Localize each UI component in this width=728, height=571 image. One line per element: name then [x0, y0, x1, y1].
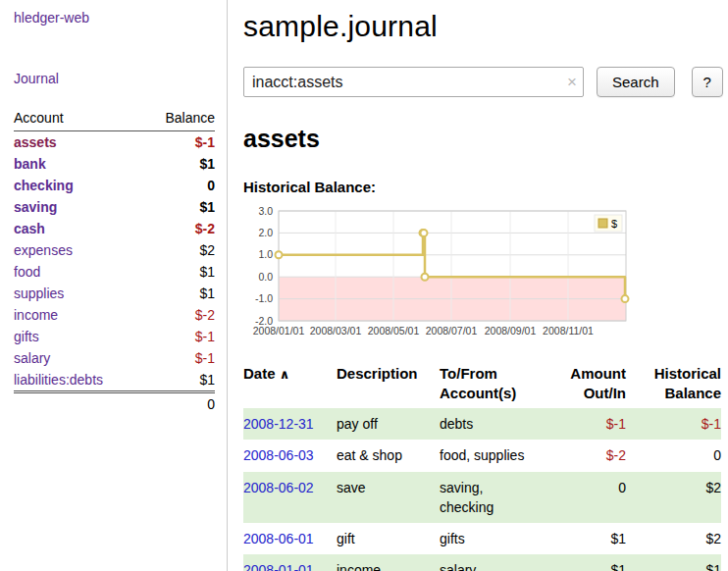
transaction-accounts: saving, checking — [440, 472, 543, 524]
transaction-date-link[interactable]: 2008-06-02 — [243, 480, 314, 495]
data-point-marker — [276, 251, 283, 258]
account-balance: $2 — [143, 239, 215, 261]
account-row: checking0 — [14, 175, 215, 196]
column-header-accounts: To/From Account(s) — [440, 362, 543, 408]
account-name-cell: income — [14, 304, 143, 326]
search-input[interactable] — [243, 67, 584, 97]
transaction-amount: $-2 — [543, 440, 626, 471]
sidebar: hledger-web Journal Account Balance asse… — [0, 0, 228, 571]
svg-text:2008/09/01: 2008/09/01 — [485, 325, 537, 337]
transaction-amount: $-1 — [543, 408, 626, 440]
transaction-accounts: food, supplies — [440, 440, 543, 471]
account-link[interactable]: expenses — [14, 242, 73, 258]
transaction-accounts: gifts — [440, 523, 543, 554]
account-name-cell: salary — [14, 347, 143, 369]
transaction-balance: $2 — [626, 472, 721, 524]
transaction-date-link[interactable]: 2008-12-31 — [243, 416, 314, 432]
account-link[interactable]: income — [14, 307, 58, 323]
chart-title: Historical Balance: — [243, 179, 728, 195]
accounts-header-balance: Balance — [143, 108, 215, 131]
accounts-table: Account Balance assets$-1bank$1checking0… — [14, 108, 215, 415]
transaction-date-link[interactable]: 2008-06-01 — [243, 531, 314, 546]
svg-text:2008/01/01: 2008/01/01 — [253, 325, 305, 337]
transaction-accounts: debts — [440, 408, 543, 440]
account-name-cell: checking — [14, 175, 143, 196]
transaction-description: income — [337, 554, 440, 571]
account-name-cell: liabilities:debts — [14, 369, 143, 392]
transaction-date-link[interactable]: 2008-01-01 — [243, 562, 314, 571]
transaction-amount: $1 — [543, 554, 626, 571]
search-form: × Search ? — [243, 67, 728, 97]
transaction-description: eat & shop — [337, 440, 440, 471]
svg-text:2008/11/01: 2008/11/01 — [543, 325, 594, 337]
historical-balance-chart[interactable]: 3.02.01.00.0-1.0-2.02008/01/012008/03/01… — [243, 203, 640, 352]
account-row: bank$1 — [14, 153, 215, 175]
account-row: income$-2 — [14, 304, 215, 326]
account-row: food$1 — [14, 261, 215, 283]
transaction-row: 2008-01-01incomesalary$1$1 — [243, 554, 721, 571]
page-title: sample.journal — [243, 10, 728, 43]
account-row: gifts$-1 — [14, 326, 215, 347]
account-balance: $1 — [143, 261, 215, 283]
account-balance: 0 — [143, 175, 215, 196]
account-balance: $-1 — [143, 131, 215, 154]
transaction-accounts: salary — [440, 554, 543, 571]
journal-link[interactable]: Journal — [14, 71, 215, 86]
search-box: × — [243, 67, 584, 97]
transaction-date-cell: 2008-06-01 — [243, 523, 337, 554]
account-link[interactable]: assets — [14, 134, 57, 150]
data-point-marker — [422, 274, 429, 281]
accounts-total-spacer — [14, 392, 143, 416]
account-link[interactable]: liabilities:debts — [14, 372, 103, 388]
accounts-total-balance: 0 — [143, 392, 215, 416]
account-link[interactable]: bank — [14, 156, 46, 172]
svg-text:2008/05/01: 2008/05/01 — [368, 325, 420, 337]
transaction-row: 2008-12-31pay offdebts$-1$-1 — [243, 408, 721, 440]
account-link[interactable]: salary — [14, 350, 50, 366]
svg-text:2.0: 2.0 — [258, 227, 273, 238]
transaction-date-cell: 2008-06-02 — [243, 472, 337, 524]
transaction-amount: $1 — [543, 523, 626, 554]
account-link[interactable]: cash — [14, 221, 45, 236]
account-balance: $-1 — [143, 326, 215, 347]
account-name-cell: cash — [14, 218, 143, 239]
account-balance: $-2 — [143, 304, 215, 326]
account-link[interactable]: supplies — [14, 286, 64, 301]
accounts-total-row: 0 — [14, 392, 215, 416]
account-row: salary$-1 — [14, 347, 215, 369]
transaction-balance: $-1 — [626, 408, 721, 440]
search-button[interactable]: Search — [597, 67, 675, 97]
chart-legend: $ — [595, 215, 622, 232]
transaction-row: 2008-06-02savesaving, checking0$2 — [243, 472, 721, 524]
column-header-amount: Amount Out/In — [543, 362, 626, 408]
column-header-date[interactable]: Date ∧ — [243, 362, 337, 408]
register-table: Date ∧DescriptionTo/From Account(s)Amoun… — [243, 362, 721, 571]
transaction-row: 2008-06-01giftgifts$1$2 — [243, 523, 721, 554]
account-name-cell: gifts — [14, 326, 143, 347]
account-link[interactable]: saving — [14, 199, 57, 215]
main-content: sample.journal × Search ? assets Histori… — [228, 0, 728, 571]
account-balance: $1 — [143, 369, 215, 392]
account-name-cell: saving — [14, 196, 143, 218]
account-link[interactable]: gifts — [14, 329, 39, 344]
clear-search-icon[interactable]: × — [567, 74, 577, 90]
account-balance: $1 — [143, 196, 215, 218]
transaction-row: 2008-06-03eat & shopfood, supplies$-20 — [243, 440, 721, 471]
app-title-link[interactable]: hledger-web — [14, 10, 215, 26]
register-header-row: Date ∧DescriptionTo/From Account(s)Amoun… — [243, 362, 721, 408]
transaction-balance: 0 — [626, 440, 721, 471]
transaction-description: pay off — [337, 408, 440, 440]
svg-text:-1.0: -1.0 — [255, 292, 273, 304]
account-row: cash$-2 — [14, 218, 215, 239]
transaction-balance: $2 — [626, 523, 721, 554]
sort-ascending-icon: ∧ — [280, 367, 290, 382]
transaction-amount: 0 — [543, 472, 626, 524]
help-button[interactable]: ? — [692, 67, 723, 97]
svg-text:3.0: 3.0 — [258, 205, 273, 217]
account-link[interactable]: checking — [14, 178, 74, 193]
transaction-date-link[interactable]: 2008-06-03 — [243, 447, 314, 463]
transaction-description: save — [337, 472, 440, 524]
account-link[interactable]: food — [14, 264, 40, 280]
date-sort-link[interactable]: Date ∧ — [243, 365, 289, 382]
account-row: assets$-1 — [14, 131, 215, 154]
